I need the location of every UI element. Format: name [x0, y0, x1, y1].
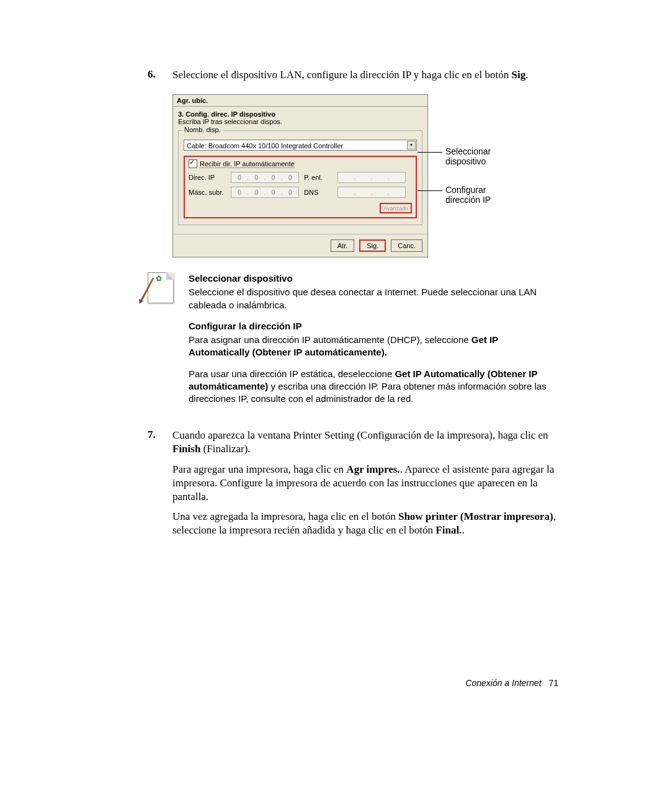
ip-config-section: Recibir dir. IP automáticamente Direc. I… — [184, 156, 417, 218]
step-6-text: Seleccione el dispositivo LAN, configure… — [172, 68, 558, 82]
device-fieldset: Nomb. disp. Cable: Broadcom 440x 10/100 … — [178, 130, 422, 225]
callout-select-device: Seleccionar dispositivo — [445, 146, 491, 166]
subnet-mask-field[interactable]: 0.0.0.0 — [231, 187, 299, 198]
step-6-text-a: Seleccione el dispositivo LAN, configure… — [172, 69, 512, 81]
step-6: 6. Seleccione el dispositivo LAN, config… — [148, 68, 558, 82]
dialog-title: Agr. ubic. — [173, 95, 427, 107]
note-select-title: Seleccionar dispositivo — [189, 272, 558, 285]
next-button[interactable]: Sig. — [359, 239, 386, 252]
cancel-button[interactable]: Canc. — [391, 239, 422, 252]
page-footer: Conexión a Internet 71 — [465, 678, 558, 688]
back-button[interactable]: Atr. — [331, 239, 355, 252]
label-dns: DNS — [304, 189, 333, 196]
dialog-subheading: Escriba IP tras seleccionar dispos. — [178, 118, 422, 125]
step-6-text-c: . — [525, 69, 528, 81]
dialog-button-row: Atr. Sig. Canc. — [173, 234, 427, 257]
dialog-screenshot: Agr. ubic. 3. Config. direc. IP disposit… — [172, 94, 558, 257]
callout-line-device — [418, 152, 442, 153]
auto-ip-label: Recibir dir. IP automáticamente — [200, 160, 295, 168]
step-6-bold: Sig — [512, 69, 526, 81]
callout-line-ip — [418, 190, 442, 191]
footer-section: Conexión a Internet — [465, 678, 541, 688]
dialog-window: Agr. ubic. 3. Config. direc. IP disposit… — [172, 94, 428, 257]
device-dropdown-value: Cable: Broadcom 440x 10/100 Integrated C… — [187, 142, 343, 149]
step-7-p2: Para agregar una impresora, haga clic en… — [172, 463, 558, 504]
note-block: ✿ Seleccionar dispositivo Seleccione el … — [148, 272, 558, 414]
dns-field[interactable]: . . . — [337, 187, 406, 198]
advanced-button[interactable]: Avanzado — [380, 203, 412, 213]
chevron-down-icon[interactable]: ▾ — [407, 141, 416, 149]
note-select-text: Seleccione el dispositivo que desea cone… — [189, 286, 558, 311]
dialog-heading: 3. Config. direc. IP dispositivo — [178, 110, 422, 118]
gateway-field[interactable]: . . . — [337, 172, 406, 183]
note-config-title: Configurar la dirección IP — [189, 320, 558, 332]
auto-ip-checkbox[interactable] — [189, 159, 197, 168]
note-icon: ✿ — [148, 272, 177, 414]
footer-page-number: 71 — [548, 678, 558, 688]
step-7-p1: Cuando aparezca la ventana Printer Setti… — [172, 429, 558, 456]
ip-address-field[interactable]: 0.0.0.0 — [231, 172, 299, 183]
label-gateway: P. enl. — [304, 174, 333, 181]
label-ip: Direc. IP — [189, 174, 226, 181]
note-config-p1: Para asignar una dirección IP automática… — [189, 334, 558, 359]
callout-config-ip: Configurar dirección IP — [445, 185, 491, 205]
step-7-p3: Una vez agregada la impresora, haga clic… — [172, 510, 558, 537]
step-number: 6. — [148, 68, 172, 82]
step-number-7: 7. — [148, 429, 172, 537]
device-dropdown[interactable]: Cable: Broadcom 440x 10/100 Integrated C… — [184, 140, 417, 151]
note-config-p2: Para usar una dirección IP estática, des… — [189, 368, 558, 406]
label-mask: Másc. subr. — [189, 189, 226, 196]
step-7: 7. Cuando aparezca la ventana Printer Se… — [148, 429, 558, 537]
device-fieldset-label: Nomb. disp. — [182, 126, 223, 133]
